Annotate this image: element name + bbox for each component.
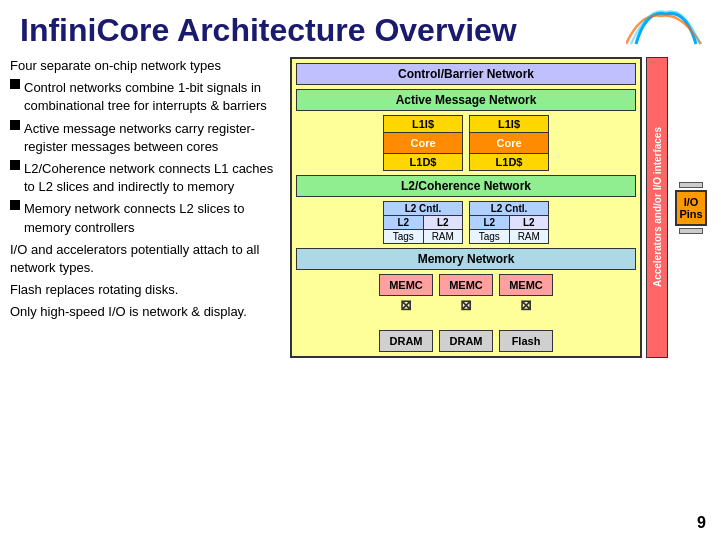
l2-cntl-1: L2 Cntl. (470, 202, 548, 216)
extra-line-3: Only high-speed I/O is network & display… (10, 303, 280, 321)
l2-col-val-ram-1: RAM (510, 230, 549, 243)
dram-0: DRAM (379, 330, 433, 352)
extra-line-1: I/O and accelerators potentially attach … (10, 241, 280, 277)
dram-row: DRAM DRAM Flash (296, 330, 636, 352)
l2-col-label-tags-1: L2 (470, 216, 509, 230)
io-pins-panel: I/O Pins (672, 57, 710, 358)
l2-row: L2 Cntl. L2 Tags L2 RAM L2 Cn (296, 201, 636, 244)
l2-unit-0: L2 Cntl. L2 Tags L2 RAM (383, 201, 463, 244)
page-number: 9 (697, 514, 706, 532)
arch-box: Control/Barrier Network Active Message N… (290, 57, 642, 358)
memc-2: MEMC (499, 274, 553, 296)
bullet-1: Control networks combine 1-bit signals i… (10, 79, 280, 115)
x-mark-0: ⊠ (400, 298, 412, 312)
core-1-label: Core (470, 133, 548, 153)
memc-col-1: MEMC ⊠ (439, 274, 493, 312)
accel-bar-text: Accelerators and/or I/O interfaces (652, 127, 663, 287)
active-message-network: Active Message Network (296, 89, 636, 111)
control-barrier-network: Control/Barrier Network (296, 63, 636, 85)
core-0-l1d: L1D$ (384, 153, 462, 170)
core-1-l1d: L1D$ (470, 153, 548, 170)
x-mark-2: ⊠ (520, 298, 532, 312)
memc-col-2: MEMC ⊠ (499, 274, 553, 312)
bullet-icon-4 (10, 200, 20, 210)
bullet-icon-1 (10, 79, 20, 89)
bullet-icon-2 (10, 120, 20, 130)
core-unit-0: L1I$ Core L1D$ (383, 115, 463, 171)
l2-tags-0: L2 Tags (384, 216, 423, 243)
l2-ram-0: L2 RAM (424, 216, 463, 243)
bullet-text-3: L2/Coherence network connects L1 caches … (24, 160, 280, 196)
memc-col-0: MEMC ⊠ (379, 274, 433, 312)
bridge-icon (626, 4, 706, 48)
memc-row: MEMC ⊠ MEMC ⊠ MEMC ⊠ (296, 274, 636, 312)
bullet-4: Memory network connects L2 slices to mem… (10, 200, 280, 236)
flash-0: Flash (499, 330, 553, 352)
l2-col-val-ram-0: RAM (424, 230, 463, 243)
l2-cntl-0: L2 Cntl. (384, 202, 462, 216)
bullet-3: L2/Coherence network connects L1 caches … (10, 160, 280, 196)
dram-1: DRAM (439, 330, 493, 352)
bullet-text-1: Control networks combine 1-bit signals i… (24, 79, 280, 115)
bullet-text-4: Memory network connects L2 slices to mem… (24, 200, 280, 236)
io-label-1: I/O (684, 196, 699, 208)
core-0-label: Core (384, 133, 462, 153)
core-1-l1i: L1I$ (470, 116, 548, 133)
cores-row: L1I$ Core L1D$ L1I$ Core L1D$ (296, 115, 636, 171)
l2-col-label-ram-0: L2 (424, 216, 463, 230)
x-mark-1: ⊠ (460, 298, 472, 312)
io-connector-top (679, 182, 703, 188)
bullet-2: Active message networks carry register-r… (10, 120, 280, 156)
bullet-text-2: Active message networks carry register-r… (24, 120, 280, 156)
left-panel: Four separate on-chip network types Cont… (10, 57, 280, 358)
core-0-l1i: L1I$ (384, 116, 462, 133)
l2-ram-1: L2 RAM (510, 216, 549, 243)
l2-tags-1: L2 Tags (470, 216, 509, 243)
extra-line-2: Flash replaces rotating disks. (10, 281, 280, 299)
l2-col-val-tags-0: Tags (384, 230, 423, 243)
bullet-icon-3 (10, 160, 20, 170)
io-connector-bottom (679, 228, 703, 234)
memory-network: Memory Network (296, 248, 636, 270)
memc-0: MEMC (379, 274, 433, 296)
right-panel: Control/Barrier Network Active Message N… (290, 57, 710, 358)
l2-col-label-tags-0: L2 (384, 216, 423, 230)
l2-coherence-network: L2/Coherence Network (296, 175, 636, 197)
core-unit-1: L1I$ Core L1D$ (469, 115, 549, 171)
memc-1: MEMC (439, 274, 493, 296)
l2-unit-1: L2 Cntl. L2 Tags L2 RAM (469, 201, 549, 244)
page-title: InfiniCore Architecture Overview (0, 0, 720, 57)
l2-col-val-tags-1: Tags (470, 230, 509, 243)
io-label-2: Pins (679, 208, 702, 220)
l2-col-label-ram-1: L2 (510, 216, 549, 230)
accel-bar: Accelerators and/or I/O interfaces (646, 57, 668, 358)
intro-text: Four separate on-chip network types (10, 57, 280, 75)
io-box: I/O Pins (675, 190, 706, 226)
